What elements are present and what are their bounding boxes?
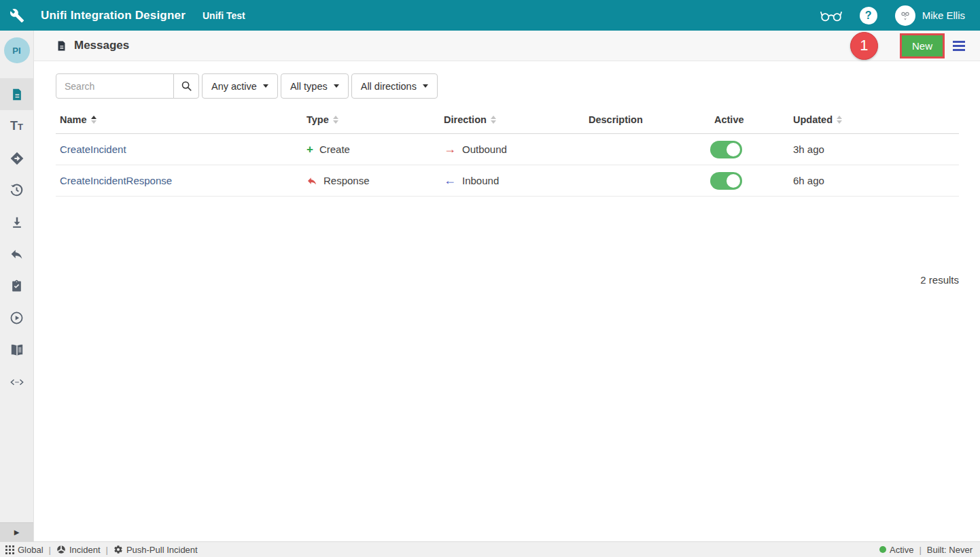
table-row: CreateIncidentResponse Response ← Inboun… bbox=[56, 165, 959, 197]
app-title: Unifi Integration Designer bbox=[41, 9, 186, 22]
filter-bar: Any active All types All directions bbox=[56, 73, 959, 99]
integration-item[interactable]: Push-Pull Incident bbox=[113, 545, 198, 555]
sidebar-item-text[interactable]: TT bbox=[0, 110, 33, 142]
status-label: Active bbox=[890, 545, 913, 555]
sidebar-item-messages[interactable] bbox=[0, 78, 33, 110]
sidebar-item-history[interactable] bbox=[0, 174, 33, 206]
chevron-down-icon bbox=[334, 84, 339, 88]
column-header-updated[interactable]: Updated bbox=[789, 114, 959, 125]
active-toggle[interactable] bbox=[710, 172, 742, 190]
chevron-down-icon bbox=[423, 84, 428, 88]
message-link[interactable]: CreateIncident bbox=[60, 144, 126, 155]
table-header-row: Name Type Direction Description bbox=[56, 110, 959, 134]
updated-label: 3h ago bbox=[793, 144, 824, 155]
type-filter-dropdown[interactable]: All types bbox=[281, 73, 349, 99]
play-circle-icon bbox=[10, 311, 24, 325]
environment-label: Unifi Test bbox=[203, 10, 245, 21]
scope-label: Global bbox=[18, 545, 43, 555]
integration-avatar[interactable]: PI bbox=[4, 37, 30, 63]
scope-item[interactable]: Global bbox=[5, 545, 43, 555]
sidebar-expand-button[interactable]: ▶ bbox=[0, 522, 33, 541]
glasses-icon[interactable] bbox=[820, 9, 842, 22]
code-icon bbox=[9, 376, 25, 388]
active-filter-dropdown[interactable]: Any active bbox=[202, 73, 278, 99]
column-header-name[interactable]: Name bbox=[56, 114, 302, 125]
column-header-active: Active bbox=[710, 114, 789, 125]
gear-icon bbox=[113, 545, 123, 554]
messages-doc-icon bbox=[56, 39, 67, 52]
direction-label: Inbound bbox=[462, 175, 499, 186]
annotation-highlight-box: New bbox=[900, 33, 945, 58]
help-icon[interactable]: ? bbox=[860, 7, 877, 24]
sidebar-item-download[interactable] bbox=[0, 206, 33, 238]
avatar[interactable] bbox=[895, 5, 915, 26]
inbound-arrow-icon: ← bbox=[444, 173, 456, 188]
document-icon bbox=[10, 87, 24, 102]
sidebar-item-reply[interactable] bbox=[0, 238, 33, 270]
direction-filter-label: All directions bbox=[361, 81, 417, 92]
menu-icon[interactable] bbox=[951, 38, 966, 54]
diamond-arrow-icon bbox=[10, 151, 24, 166]
left-sidebar: PI TT bbox=[0, 31, 34, 541]
page-title: Messages bbox=[74, 39, 129, 52]
active-filter-label: Any active bbox=[211, 81, 257, 92]
results-count: 2 results bbox=[56, 274, 959, 286]
search-input[interactable] bbox=[56, 73, 174, 99]
direction-label: Outbound bbox=[462, 144, 507, 155]
response-reply-icon bbox=[307, 175, 317, 186]
messages-table: Name Type Direction Description bbox=[56, 110, 959, 197]
user-name[interactable]: Mike Ellis bbox=[922, 10, 965, 21]
column-header-type[interactable]: Type bbox=[302, 114, 440, 125]
type-filter-label: All types bbox=[290, 81, 328, 92]
new-button[interactable]: New bbox=[902, 35, 943, 56]
book-icon bbox=[10, 343, 24, 357]
wrench-icon bbox=[0, 8, 34, 23]
table-label: Incident bbox=[69, 545, 101, 555]
message-link[interactable]: CreateIncidentResponse bbox=[60, 175, 172, 186]
messages-content: Any active All types All directions Name bbox=[34, 61, 980, 541]
column-header-description: Description bbox=[584, 114, 710, 125]
chevron-down-icon bbox=[263, 84, 268, 88]
incident-icon bbox=[56, 545, 66, 554]
sidebar-item-code[interactable] bbox=[0, 366, 33, 398]
grid-icon bbox=[5, 545, 14, 554]
top-app-bar: Unifi Integration Designer Unifi Test ? … bbox=[0, 0, 980, 31]
updated-label: 6h ago bbox=[793, 175, 824, 186]
status-bar: Global | Incident | Push-Pull Incident A… bbox=[0, 541, 980, 557]
table-item[interactable]: Incident bbox=[56, 545, 101, 555]
search-icon bbox=[181, 80, 192, 92]
clipboard-check-icon bbox=[10, 279, 23, 293]
text-icon: TT bbox=[10, 119, 23, 133]
sidebar-item-diamond-arrow[interactable] bbox=[0, 142, 33, 174]
type-label: Create bbox=[319, 144, 350, 155]
integration-label: Push-Pull Incident bbox=[126, 545, 198, 555]
sort-icon bbox=[491, 116, 496, 124]
built-label: Built: Never bbox=[927, 545, 973, 555]
annotation-badge: 1 bbox=[850, 32, 878, 60]
expand-arrow-icon: ▶ bbox=[14, 528, 20, 536]
sidebar-item-clipboard-check[interactable] bbox=[0, 270, 33, 302]
sidebar-item-play[interactable] bbox=[0, 302, 33, 334]
active-status: Active bbox=[879, 545, 913, 555]
reply-icon bbox=[10, 247, 24, 261]
status-dot-icon bbox=[879, 546, 886, 553]
download-icon bbox=[10, 216, 24, 229]
create-plus-icon: + bbox=[307, 144, 313, 155]
sort-icon bbox=[333, 116, 338, 124]
history-icon bbox=[10, 183, 24, 197]
table-row: CreateIncident + Create → Outbound 3h ag… bbox=[56, 134, 959, 165]
search-button[interactable] bbox=[173, 73, 199, 99]
sort-icon bbox=[837, 116, 842, 124]
column-header-direction[interactable]: Direction bbox=[440, 114, 584, 125]
direction-filter-dropdown[interactable]: All directions bbox=[351, 73, 438, 99]
active-toggle[interactable] bbox=[710, 141, 742, 158]
page-header: Messages 1 New bbox=[34, 31, 980, 61]
type-label: Response bbox=[323, 175, 370, 186]
sort-asc-icon bbox=[91, 116, 97, 124]
outbound-arrow-icon: → bbox=[444, 142, 456, 156]
sidebar-item-book[interactable] bbox=[0, 334, 33, 366]
